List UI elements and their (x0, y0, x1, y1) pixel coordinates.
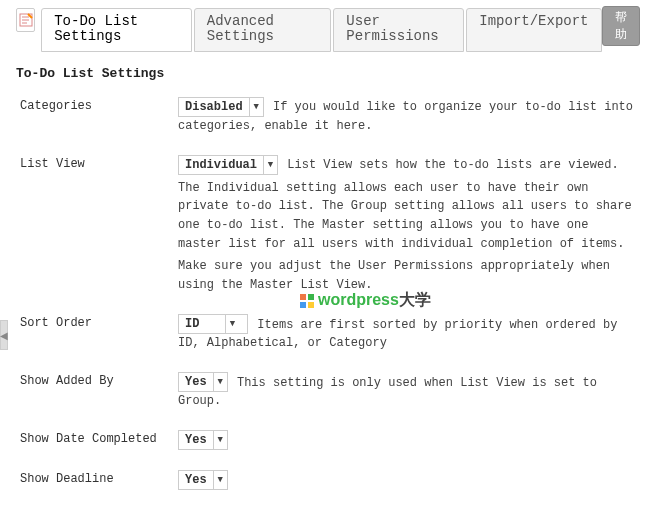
chevron-down-icon: ▼ (213, 373, 227, 391)
chevron-down-icon: ▼ (213, 431, 227, 449)
show-added-by-label: Show Added By (14, 368, 174, 426)
list-view-label: List View (14, 151, 174, 311)
list-view-desc-inline: List View sets how the to-do lists are v… (287, 158, 618, 172)
chevron-down-icon: ▼ (225, 315, 239, 333)
chevron-down-icon: ▼ (213, 471, 227, 489)
show-date-completed-select[interactable]: Yes▼ (178, 430, 228, 450)
sort-order-label: Sort Order (14, 310, 174, 368)
tab-todo-list-settings[interactable]: To-Do List Settings (41, 8, 192, 52)
section-title: To-Do List Settings (16, 66, 640, 81)
tab-user-permissions[interactable]: User Permissions (333, 8, 464, 52)
sort-order-select[interactable]: ID▼ (178, 314, 248, 334)
list-view-select[interactable]: Individual▼ (178, 155, 278, 175)
show-added-by-desc: This setting is only used when List View… (178, 376, 597, 409)
show-added-by-select[interactable]: Yes▼ (178, 372, 228, 392)
chevron-down-icon: ▼ (249, 98, 263, 116)
show-deadline-select[interactable]: Yes▼ (178, 470, 228, 490)
settings-icon (16, 8, 35, 32)
settings-tabs: To-Do List Settings Advanced Settings Us… (16, 8, 602, 52)
show-deadline-label: Show Deadline (14, 466, 174, 506)
collapse-handle[interactable]: ◀ (0, 320, 8, 350)
list-view-desc-1: The Individual setting allows each user … (178, 179, 636, 253)
categories-select[interactable]: Disabled▼ (178, 97, 264, 117)
settings-form: Categories Disabled▼ If you would like t… (14, 93, 640, 508)
tab-import-export[interactable]: Import/Export (466, 8, 601, 52)
help-button[interactable]: 帮助 (602, 6, 640, 46)
categories-label: Categories (14, 93, 174, 151)
tab-advanced-settings[interactable]: Advanced Settings (194, 8, 332, 52)
show-date-completed-label: Show Date Completed (14, 426, 174, 466)
list-view-desc-2: Make sure you adjust the User Permission… (178, 257, 636, 294)
chevron-down-icon: ▼ (263, 156, 277, 174)
